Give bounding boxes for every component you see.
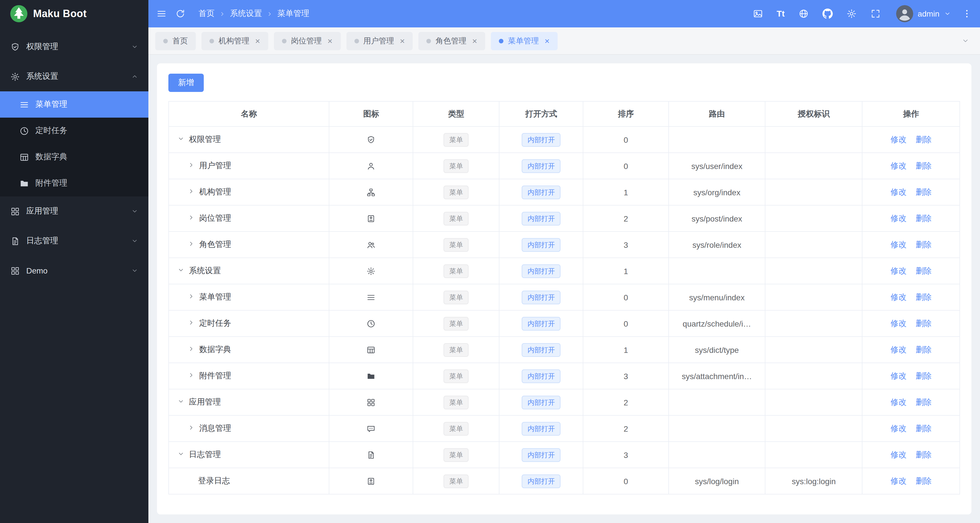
delete-link[interactable]: 删除 [915,371,931,380]
column-header[interactable]: 类型 [413,101,500,126]
add-button[interactable]: 新增 [169,74,204,92]
chevron-right-icon[interactable] [188,241,195,247]
edit-link[interactable]: 修改 [890,423,906,432]
breadcrumb-item[interactable]: 菜单管理 [277,8,309,19]
open-mode-cell: 内部打开 [500,231,583,258]
settings-icon[interactable] [846,8,857,19]
column-header[interactable]: 排序 [583,101,668,126]
chevron-right-icon[interactable] [188,346,195,352]
app-logo[interactable]: Maku Boot [0,0,148,27]
chevron-down-icon[interactable] [178,398,185,405]
delete-link[interactable]: 删除 [915,292,931,301]
chevron-down-icon[interactable] [178,267,185,274]
github-icon[interactable] [822,8,833,19]
user-menu[interactable]: admin [896,5,951,22]
font-size-icon[interactable]: Tt [776,8,784,19]
delete-link[interactable]: 删除 [915,397,931,406]
column-header[interactable]: 路由 [669,101,765,126]
sidebar-item-scheduled-tasks[interactable]: 定时任务 [0,118,148,144]
edit-link[interactable]: 修改 [890,371,906,380]
tab-close-icon[interactable]: × [328,37,333,45]
tab-close-icon[interactable]: × [255,37,260,45]
refresh-icon[interactable] [175,8,186,19]
content-card: 新增 名称图标类型打开方式排序路由授权标识操作 权限管理菜单内部打开0修改删除用… [157,63,971,515]
table-row: 日志管理菜单内部打开3修改删除 [169,442,960,468]
type-tag: 菜单 [444,133,469,147]
grid-icon [10,266,20,276]
auth-cell [765,231,862,258]
edit-link[interactable]: 修改 [890,450,906,459]
edit-link[interactable]: 修改 [890,318,906,327]
column-header[interactable]: 名称 [169,101,329,126]
chevron-down-icon[interactable] [178,136,185,142]
sidebar-item-log-management[interactable]: 日志管理 [0,226,148,256]
chevron-down-icon[interactable] [178,451,185,458]
tab-home[interactable]: 首页 [155,32,196,50]
sidebar-item-permissions[interactable]: 权限管理 [0,32,148,62]
tab-user[interactable]: 用户管理× [346,32,413,50]
fullscreen-icon[interactable] [870,8,881,19]
delete-link[interactable]: 删除 [915,318,931,327]
chevron-right-icon[interactable] [188,214,195,221]
tabs-dropdown-icon[interactable] [957,33,973,49]
sidebar-item-app-management[interactable]: 应用管理 [0,196,148,226]
chevron-right-icon[interactable] [188,424,195,431]
delete-link[interactable]: 删除 [915,239,931,249]
delete-link[interactable]: 删除 [915,344,931,354]
tab-close-icon[interactable]: × [544,37,550,45]
chevron-right-icon[interactable] [188,319,195,326]
tab-post[interactable]: 岗位管理× [274,32,341,50]
table-row: 岗位管理菜单内部打开2sys/post/index修改删除 [169,205,960,231]
ops-cell: 修改删除 [862,153,960,179]
tab-role[interactable]: 角色管理× [418,32,485,50]
breadcrumb-item[interactable]: 首页 [199,8,215,19]
breadcrumb-item[interactable]: 系统设置 [230,8,262,19]
edit-link[interactable]: 修改 [890,266,906,275]
edit-link[interactable]: 修改 [890,161,906,170]
edit-link[interactable]: 修改 [890,134,906,144]
more-options-icon[interactable] [962,8,972,19]
edit-link[interactable]: 修改 [890,292,906,301]
edit-link[interactable]: 修改 [890,476,906,485]
sidebar-item-menu-management[interactable]: 菜单管理 [0,91,148,118]
edit-link[interactable]: 修改 [890,239,906,249]
delete-link[interactable]: 删除 [915,266,931,275]
delete-link[interactable]: 删除 [915,187,931,196]
tab-menu[interactable]: 菜单管理× [491,32,558,50]
chevron-right-icon[interactable] [188,162,195,169]
type-cell: 菜单 [413,310,500,336]
chevron-right-icon[interactable] [188,372,195,379]
chevron-right-icon[interactable] [188,293,195,300]
sidebar-item-system-settings[interactable]: 系统设置 [0,62,148,91]
edit-link[interactable]: 修改 [890,213,906,222]
sidebar-item-demo[interactable]: Demo [0,256,148,285]
image-icon[interactable] [752,8,763,19]
collapse-sidebar-icon[interactable] [156,8,167,19]
sidebar-item-data-dictionary[interactable]: 数据字典 [0,144,148,170]
tab-close-icon[interactable]: × [400,37,405,45]
column-header[interactable]: 打开方式 [500,101,583,126]
tab-close-icon[interactable]: × [472,37,477,45]
route-cell [669,126,765,153]
delete-link[interactable]: 删除 [915,134,931,144]
delete-link[interactable]: 删除 [915,213,931,222]
delete-link[interactable]: 删除 [915,423,931,432]
chevron-right-icon[interactable] [188,188,195,195]
globe-icon[interactable] [799,8,809,19]
ops-cell: 修改删除 [862,310,960,336]
delete-link[interactable]: 删除 [915,450,931,459]
delete-link[interactable]: 删除 [915,161,931,170]
sidebar-item-attachments[interactable]: 附件管理 [0,170,148,196]
edit-link[interactable]: 修改 [890,397,906,406]
column-header[interactable]: 图标 [329,101,413,126]
column-header[interactable]: 授权标识 [765,101,862,126]
type-cell: 菜单 [413,179,500,205]
sort-cell: 1 [583,336,668,363]
edit-link[interactable]: 修改 [890,187,906,196]
column-header[interactable]: 操作 [862,101,960,126]
tab-org[interactable]: 机构管理× [202,32,268,50]
open-mode-cell: 内部打开 [500,126,583,153]
delete-link[interactable]: 删除 [915,476,931,485]
type-cell: 菜单 [413,258,500,284]
edit-link[interactable]: 修改 [890,344,906,354]
